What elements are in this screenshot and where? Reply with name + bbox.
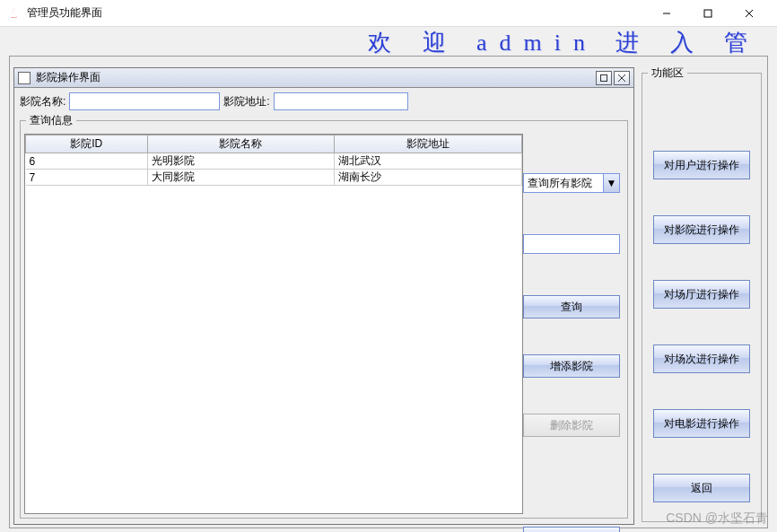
maximize-button[interactable] bbox=[687, 0, 729, 27]
cinema-name-label: 影院名称: bbox=[20, 94, 65, 109]
function-panel: 功能区 对用户进行操作 对影院进行操作 对场厅进行操作 对场次进行操作 对电影进… bbox=[642, 65, 762, 522]
desktop-pane: 影院操作界面 影院名称: 影院地址: 查询信息 影院ID 影院名称 影院地址 bbox=[9, 56, 768, 528]
table-row[interactable]: 6 光明影院 湖北武汉 bbox=[26, 153, 522, 170]
query-legend: 查询信息 bbox=[26, 113, 76, 128]
col-id[interactable]: 影院ID bbox=[26, 135, 148, 153]
delete-cinema-button: 删除影院 bbox=[523, 414, 620, 437]
col-addr[interactable]: 影院地址 bbox=[335, 135, 522, 153]
cinema-addr-input[interactable] bbox=[274, 92, 408, 110]
query-button[interactable]: 查询 bbox=[523, 295, 620, 318]
cinema-table[interactable]: 影院ID 影院名称 影院地址 6 光明影院 湖北武汉 7 bbox=[24, 134, 523, 514]
frame-close-button[interactable] bbox=[614, 71, 630, 85]
exit-window-button[interactable]: 退出窗口 bbox=[523, 527, 620, 532]
session-ops-button[interactable]: 对场次进行操作 bbox=[653, 344, 750, 373]
internal-frame-title: 影院操作界面 bbox=[36, 70, 594, 85]
watermark: CSDN @水坚石青 bbox=[666, 510, 768, 527]
query-text-input[interactable] bbox=[523, 234, 620, 254]
cinema-ops-button[interactable]: 对影院进行操作 bbox=[653, 215, 750, 244]
function-legend: 功能区 bbox=[648, 65, 687, 81]
svg-rect-4 bbox=[601, 74, 607, 81]
svg-rect-1 bbox=[704, 10, 712, 17]
hall-ops-button[interactable]: 对场厅进行操作 bbox=[653, 280, 750, 309]
welcome-banner: 欢 迎 admin 进 入 管 理 员 bbox=[0, 27, 777, 56]
combo-selected: 查询所有影院 bbox=[523, 173, 604, 193]
cinema-addr-label: 影院地址: bbox=[223, 94, 269, 109]
close-button[interactable] bbox=[729, 0, 770, 27]
cinema-name-input[interactable] bbox=[69, 92, 220, 110]
user-ops-button[interactable]: 对用户进行操作 bbox=[653, 151, 750, 179]
table-row[interactable]: 7 大同影院 湖南长沙 bbox=[26, 170, 522, 186]
frame-maximize-button[interactable] bbox=[596, 71, 612, 85]
window-title: 管理员功能界面 bbox=[27, 5, 646, 21]
window-titlebar: 管理员功能界面 bbox=[0, 0, 777, 27]
minimize-button[interactable] bbox=[646, 0, 687, 27]
col-name[interactable]: 影院名称 bbox=[147, 135, 335, 153]
internal-frame-titlebar[interactable]: 影院操作界面 bbox=[14, 68, 633, 88]
query-mode-combo[interactable]: 查询所有影院 ▼ bbox=[523, 173, 620, 193]
back-button[interactable]: 返回 bbox=[653, 474, 750, 502]
cinema-internal-frame: 影院操作界面 影院名称: 影院地址: 查询信息 影院ID 影院名称 影院地址 bbox=[13, 67, 634, 525]
frame-icon bbox=[18, 72, 31, 84]
chevron-down-icon[interactable]: ▼ bbox=[604, 173, 620, 193]
movie-ops-button[interactable]: 对电影进行操作 bbox=[653, 409, 750, 438]
java-icon bbox=[7, 6, 22, 21]
add-cinema-button[interactable]: 增添影院 bbox=[523, 354, 620, 378]
